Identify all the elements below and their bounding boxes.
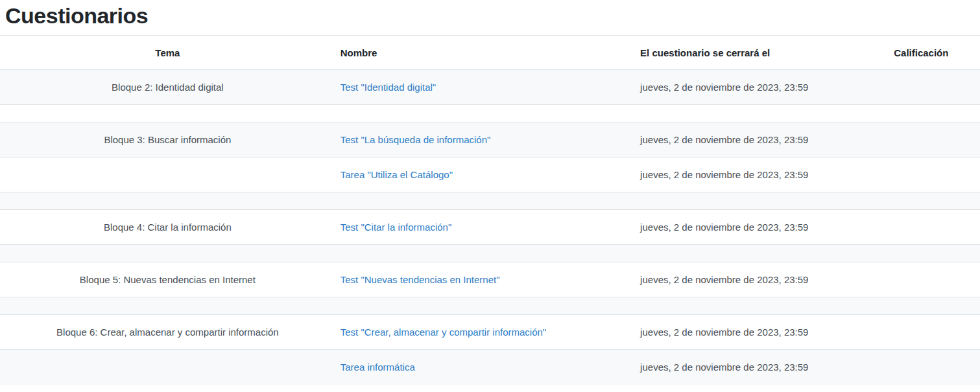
table-row: Tarea informáticajueves, 2 de noviembre … — [0, 350, 980, 385]
table-header: Tema Nombre El cuestionario se cerrará e… — [0, 36, 980, 70]
fecha-cierre-cell — [635, 297, 863, 315]
nombre-cell: Tarea informática — [335, 350, 635, 385]
fecha-cierre-cell: jueves, 2 de noviembre de 2023, 23:59 — [635, 122, 863, 157]
activity-link[interactable]: Tarea "Utiliza el Catálogo" — [341, 169, 453, 180]
table-spacer-row — [0, 105, 980, 122]
table-header-row: Tema Nombre El cuestionario se cerrará e… — [0, 36, 980, 70]
header-tema: Tema — [0, 36, 335, 70]
fecha-cierre-cell — [635, 192, 863, 210]
tema-cell — [0, 105, 335, 122]
calificacion-cell — [863, 105, 980, 122]
nombre-cell: Test "Nuevas tendencias en Internet" — [335, 262, 635, 297]
table-spacer-row — [0, 245, 980, 262]
calificacion-cell — [863, 70, 980, 105]
tema-cell: Bloque 5: Nuevas tendencias en Internet — [0, 262, 335, 297]
nombre-cell — [335, 105, 635, 122]
table-row: Bloque 5: Nuevas tendencias en InternetT… — [0, 262, 980, 297]
calificacion-cell — [863, 350, 980, 385]
nombre-cell: Test "Crear, almacenar y compartir infor… — [335, 315, 635, 350]
calificacion-cell — [863, 262, 980, 297]
activity-link[interactable]: Test "Nuevas tendencias en Internet" — [341, 274, 500, 285]
calificacion-cell — [863, 192, 980, 210]
fecha-cierre-cell — [635, 105, 863, 122]
tema-cell — [0, 157, 335, 192]
nombre-cell: Tarea "Utiliza el Catálogo" — [335, 157, 635, 192]
calificacion-cell — [863, 315, 980, 350]
nombre-cell — [335, 297, 635, 315]
fecha-cierre-cell: jueves, 2 de noviembre de 2023, 23:59 — [635, 210, 863, 245]
fecha-cierre-cell: jueves, 2 de noviembre de 2023, 23:59 — [635, 262, 863, 297]
header-calificacion: Calificación — [863, 36, 980, 70]
activity-link[interactable]: Tarea informática — [341, 362, 415, 373]
fecha-cierre-cell: jueves, 2 de noviembre de 2023, 23:59 — [635, 70, 863, 105]
activity-link[interactable]: Test "Identidad digital" — [341, 82, 436, 93]
tema-cell: Bloque 6: Crear, almacenar y compartir i… — [0, 315, 335, 350]
tema-cell: Bloque 4: Citar la información — [0, 210, 335, 245]
tema-cell — [0, 350, 335, 385]
tema-cell: Bloque 3: Buscar información — [0, 122, 335, 157]
header-quiz-closes: El cuestionario se cerrará el — [635, 36, 863, 70]
table-row: Bloque 4: Citar la informaciónTest "Cita… — [0, 210, 980, 245]
nombre-cell — [335, 245, 635, 262]
tema-cell — [0, 245, 335, 262]
calificacion-cell — [863, 210, 980, 245]
header-nombre: Nombre — [335, 36, 635, 70]
table-body: Bloque 2: Identidad digitalTest "Identid… — [0, 70, 980, 385]
nombre-cell: Test "Citar la información" — [335, 210, 635, 245]
nombre-cell — [335, 192, 635, 210]
fecha-cierre-cell: jueves, 2 de noviembre de 2023, 23:59 — [635, 157, 863, 192]
quiz-index-table: Tema Nombre El cuestionario se cerrará e… — [0, 35, 980, 385]
calificacion-cell — [863, 297, 980, 315]
tema-cell — [0, 192, 335, 210]
table-spacer-row — [0, 192, 980, 210]
table-row: Tarea "Utiliza el Catálogo"jueves, 2 de … — [0, 157, 980, 192]
table-row: Bloque 3: Buscar informaciónTest "La bús… — [0, 122, 980, 157]
calificacion-cell — [863, 122, 980, 157]
quiz-index-page: Cuestionarios Tema Nombre El cuestionari… — [0, 3, 980, 392]
page-title: Cuestionarios — [5, 3, 975, 29]
fecha-cierre-cell — [635, 245, 863, 262]
fecha-cierre-cell: jueves, 2 de noviembre de 2023, 23:59 — [635, 315, 863, 350]
table-spacer-row — [0, 297, 980, 315]
tema-cell: Bloque 2: Identidad digital — [0, 70, 335, 105]
calificacion-cell — [863, 157, 980, 192]
activity-link[interactable]: Test "Citar la información" — [341, 222, 452, 233]
table-row: Bloque 6: Crear, almacenar y compartir i… — [0, 315, 980, 350]
activity-link[interactable]: Test "La búsqueda de información" — [341, 134, 491, 145]
table-row: Bloque 2: Identidad digitalTest "Identid… — [0, 70, 980, 105]
tema-cell — [0, 297, 335, 315]
fecha-cierre-cell: jueves, 2 de noviembre de 2023, 23:59 — [635, 350, 863, 385]
nombre-cell: Test "La búsqueda de información" — [335, 122, 635, 157]
activity-link[interactable]: Test "Crear, almacenar y compartir infor… — [341, 327, 546, 338]
nombre-cell: Test "Identidad digital" — [335, 70, 635, 105]
calificacion-cell — [863, 245, 980, 262]
